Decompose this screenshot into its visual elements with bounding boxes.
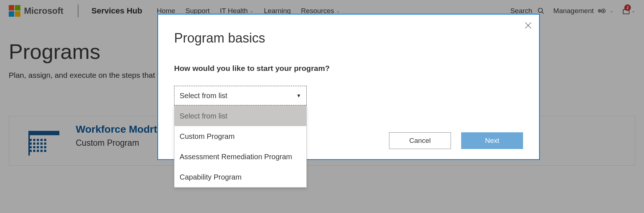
dropdown-option-assessment-remediation[interactable]: Assessment Remediation Program: [174, 146, 306, 167]
program-type-dropdown: Select from list Custom Program Assessme…: [174, 105, 307, 188]
dropdown-option-placeholder[interactable]: Select from list: [174, 106, 306, 126]
cancel-button[interactable]: Cancel: [389, 132, 451, 149]
dropdown-option-capability-program[interactable]: Capability Program: [174, 167, 306, 187]
dropdown-option-custom-program[interactable]: Custom Program: [174, 126, 306, 146]
program-type-select-wrap: Select from list ▼ Select from list Cust…: [174, 86, 307, 105]
select-value: Select from list: [180, 92, 227, 100]
dialog-question: How would you like to start your program…: [174, 64, 523, 73]
next-button[interactable]: Next: [461, 132, 523, 149]
dialog-title: Program basics: [174, 31, 523, 46]
program-basics-dialog: Program basics How would you like to sta…: [157, 14, 540, 160]
program-type-select[interactable]: Select from list ▼: [174, 86, 307, 105]
caret-down-icon: ▼: [296, 93, 301, 99]
close-icon: [524, 21, 533, 30]
close-button[interactable]: [524, 21, 533, 30]
